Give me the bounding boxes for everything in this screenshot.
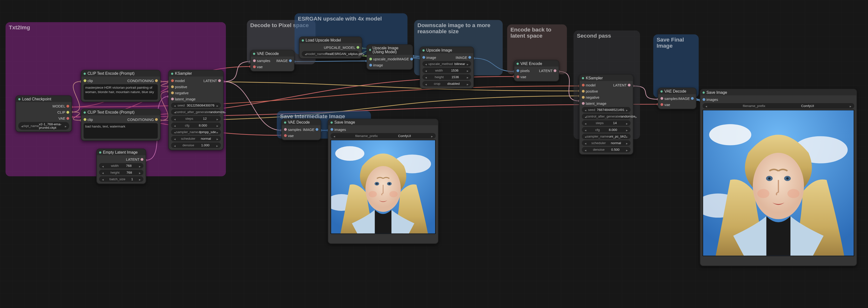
widget-filename_prefix[interactable]: ◂filename_prefixComfyUI▸ — [703, 103, 854, 109]
image-preview[interactable] — [331, 140, 436, 234]
port-icon[interactable] — [628, 84, 630, 86]
chevron-right-icon[interactable]: ▸ — [467, 82, 468, 86]
node-save_int[interactable]: Save Imageimages◂filename_prefixComfyUI▸ — [328, 119, 438, 244]
collapse-icon[interactable] — [331, 121, 333, 123]
widget-batch_size[interactable]: ◂batch_size1▸ — [99, 176, 144, 182]
chevron-right-icon[interactable]: ▸ — [850, 104, 851, 108]
collapse-icon[interactable] — [284, 121, 286, 123]
port-icon[interactable] — [660, 103, 663, 106]
chevron-left-icon[interactable]: ◂ — [174, 143, 176, 147]
port-icon[interactable] — [155, 118, 158, 121]
chevron-right-icon[interactable]: ▸ — [139, 177, 141, 181]
node-header[interactable]: Load Upscale Model — [300, 37, 362, 43]
port-icon[interactable] — [84, 118, 86, 121]
chevron-left-icon[interactable]: ◂ — [425, 62, 427, 66]
output-UPSCALE_MODEL[interactable]: UPSCALE_MODEL — [324, 46, 359, 49]
port-icon[interactable] — [253, 65, 256, 68]
collapse-icon[interactable] — [517, 62, 519, 64]
collapse-icon[interactable] — [582, 77, 584, 79]
widget-control_after_generate[interactable]: ◂control_after_generaterandomize▸ — [582, 114, 631, 119]
input-clip[interactable]: clip — [84, 79, 93, 83]
chevron-right-icon[interactable]: ▸ — [217, 117, 218, 121]
widget-ckpt_name[interactable]: ◂ckpt_namev2-1_768-ema-pruned.ckpt▸ — [18, 122, 69, 130]
output-CONDITIONING[interactable]: CONDITIONING — [127, 117, 158, 121]
input-model[interactable]: model — [171, 79, 185, 83]
chevron-left-icon[interactable]: ◂ — [174, 117, 176, 121]
chevron-left-icon[interactable]: ◂ — [585, 134, 586, 138]
input-vae[interactable]: vae — [517, 75, 526, 79]
widget-cfg[interactable]: ◂cfg8.000▸ — [171, 122, 221, 128]
widget-scheduler[interactable]: ◂schedulernormal▸ — [582, 140, 631, 146]
chevron-right-icon[interactable]: ▸ — [626, 128, 628, 132]
port-icon[interactable] — [410, 58, 413, 60]
port-icon[interactable] — [369, 58, 372, 60]
chevron-left-icon[interactable]: ◂ — [585, 115, 586, 118]
port-icon[interactable] — [423, 56, 425, 59]
widget-denoise[interactable]: ◂denoise0.500▸ — [582, 147, 631, 153]
chevron-right-icon[interactable]: ▸ — [635, 115, 637, 118]
collapse-icon[interactable] — [369, 49, 371, 51]
input-samples[interactable]: samples — [253, 59, 270, 63]
widget-steps[interactable]: ◂steps12▸ — [171, 116, 221, 121]
port-icon[interactable] — [369, 64, 372, 66]
output-IMAGE[interactable]: IMAGE — [456, 55, 471, 59]
node-vae_decode_int[interactable]: VAE DecodesamplesIMAGEvae — [281, 119, 321, 140]
chevron-right-icon[interactable]: ▸ — [467, 68, 468, 72]
collapse-icon[interactable] — [84, 111, 86, 113]
port-icon[interactable] — [554, 69, 556, 72]
port-icon[interactable] — [253, 59, 256, 62]
input-image[interactable]: image — [423, 55, 436, 59]
output-IMAGE[interactable]: IMAGE — [678, 96, 693, 101]
node-header[interactable]: CLIP Text Encode (Prompt) — [82, 109, 160, 115]
chevron-left-icon[interactable]: ◂ — [102, 170, 104, 174]
port-icon[interactable] — [66, 105, 69, 108]
chevron-left-icon[interactable]: ◂ — [174, 123, 176, 127]
port-icon[interactable] — [660, 97, 663, 100]
output-IMAGE[interactable]: IMAGE — [276, 59, 292, 63]
input-clip[interactable]: clip — [84, 117, 93, 121]
node-clip_pos[interactable]: CLIP Text Encode (Prompt)clipCONDITIONIN… — [81, 70, 160, 102]
chevron-left-icon[interactable]: ◂ — [585, 141, 586, 145]
widget-cfg[interactable]: ◂cfg8.000▸ — [582, 127, 631, 133]
input-vae[interactable]: vae — [660, 103, 670, 107]
port-icon[interactable] — [356, 46, 359, 49]
chevron-left-icon[interactable]: ◂ — [102, 164, 104, 168]
chevron-left-icon[interactable]: ◂ — [174, 103, 176, 107]
input-samples[interactable]: samples — [660, 96, 678, 101]
chevron-left-icon[interactable]: ◂ — [425, 75, 427, 79]
input-vae[interactable]: vae — [284, 134, 294, 138]
input-positive[interactable]: positive — [171, 85, 187, 89]
wire[interactable] — [224, 61, 250, 82]
input-images[interactable]: images — [331, 128, 346, 132]
node-upscale_image[interactable]: Upscale ImageimageIMAGE◂upscale_methodbi… — [420, 47, 474, 89]
prompt-textarea[interactable]: bad hands, text, watermark — [84, 123, 158, 139]
node-header[interactable]: Upscale Image — [420, 47, 473, 53]
node-upscale_using[interactable]: Upscale Image (Using Model)upscale_model… — [367, 45, 413, 70]
port-icon[interactable] — [218, 79, 221, 82]
port-icon[interactable] — [517, 76, 519, 78]
collapse-icon[interactable] — [99, 151, 101, 153]
widget-model_name[interactable]: ◂model_nameRealESRGAN_x4plus.pth▸ — [302, 51, 359, 57]
chevron-right-icon[interactable]: ▸ — [217, 103, 218, 107]
chevron-right-icon[interactable]: ▸ — [626, 148, 628, 152]
output-LATENT[interactable]: LATENT — [204, 79, 221, 83]
widget-crop[interactable]: ◂cropdisabled▸ — [423, 81, 471, 86]
node-vae_decode1[interactable]: VAE DecodesamplesIMAGEvae — [250, 50, 294, 72]
chevron-right-icon[interactable]: ▸ — [626, 141, 628, 145]
port-icon[interactable] — [155, 79, 158, 82]
widget-filename_prefix[interactable]: ◂filename_prefixComfyUI▸ — [331, 133, 436, 139]
widget-denoise[interactable]: ◂denoise1.000▸ — [171, 142, 221, 148]
node-header[interactable]: KSampler — [580, 75, 633, 81]
port-icon[interactable] — [582, 102, 585, 105]
chevron-right-icon[interactable]: ▸ — [217, 123, 218, 127]
node-save_fin[interactable]: Save Imageimages◂filename_prefixComfyUI▸ — [700, 89, 857, 266]
port-icon[interactable] — [468, 56, 471, 59]
chevron-right-icon[interactable]: ▸ — [363, 52, 365, 56]
input-latent_image[interactable]: latent_image — [582, 101, 606, 105]
node-header[interactable]: Upscale Image (Using Model) — [367, 45, 412, 55]
port-icon[interactable] — [517, 69, 519, 72]
port-icon[interactable] — [141, 158, 144, 161]
collapse-icon[interactable] — [18, 98, 21, 100]
output-CONDITIONING[interactable]: CONDITIONING — [127, 79, 158, 83]
chevron-left-icon[interactable]: ◂ — [102, 177, 104, 181]
